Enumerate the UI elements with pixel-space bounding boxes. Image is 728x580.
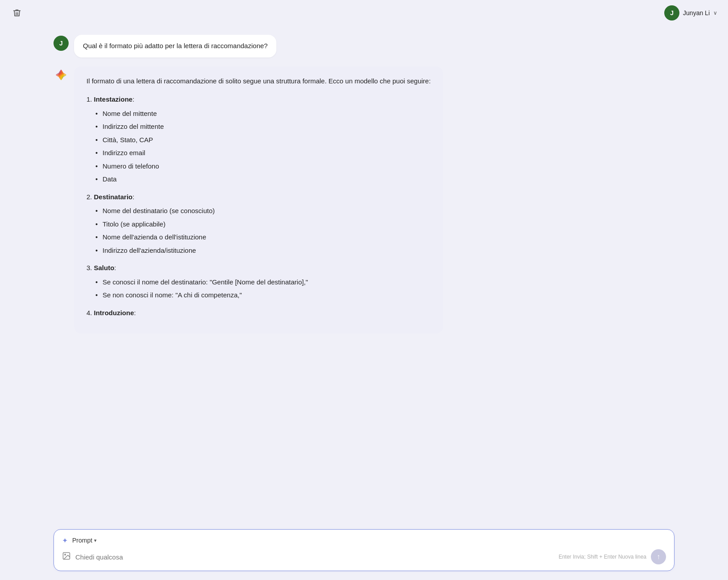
- list-item: Numero di telefono: [95, 160, 431, 172]
- list-item: Data: [95, 173, 431, 185]
- user-message-row: J Qual è il formato più adatto per la le…: [53, 35, 675, 58]
- send-icon: ↑: [657, 553, 660, 561]
- ai-response-row: Il formato di una lettera di raccomandaz…: [53, 66, 675, 334]
- list-item: Indirizzo email: [95, 147, 431, 159]
- section-title: Intestazione: [94, 94, 133, 105]
- prompt-dropdown-chevron: ▾: [94, 538, 97, 543]
- section-colon: :: [134, 307, 136, 319]
- send-button[interactable]: ↑: [651, 549, 666, 564]
- user-avatar-small: J: [53, 36, 69, 51]
- section-items: Nome del mittenteIndirizzo del mittenteC…: [86, 108, 431, 185]
- list-item: Titolo (se applicabile): [95, 218, 431, 230]
- list-item: Indirizzo del mittente: [95, 121, 431, 132]
- section-num: 2.: [86, 191, 92, 203]
- image-icon[interactable]: [62, 551, 71, 563]
- list-item: Se conosci il nome del destinatario: "Ge…: [95, 276, 431, 288]
- ai-section: 2. Destinatario :Nome del destinatario (…: [86, 191, 431, 256]
- ai-section: 4. Introduzione :: [86, 307, 431, 319]
- ai-sections: 1. Intestazione :Nome del mittenteIndiri…: [86, 94, 431, 318]
- chevron-down-icon: ∨: [713, 10, 717, 16]
- list-item: Nome del destinatario (se conosciuto): [95, 205, 431, 217]
- section-title: Destinatario: [94, 191, 133, 203]
- prompt-label: Prompt: [72, 537, 92, 544]
- topbar: J Junyan Li ∨: [0, 0, 728, 26]
- prompt-button[interactable]: Prompt ▾: [70, 536, 99, 545]
- ai-bubble: Il formato di una lettera di raccomandaz…: [74, 66, 443, 334]
- section-colon: :: [132, 191, 134, 203]
- avatar: J: [664, 5, 679, 21]
- section-items: Nome del destinatario (se conosciuto)Tit…: [86, 205, 431, 256]
- ai-section: 1. Intestazione :Nome del mittenteIndiri…: [86, 94, 431, 185]
- chat-input[interactable]: [75, 553, 554, 561]
- user-bubble: Qual è il formato più adatto per la lett…: [74, 35, 276, 58]
- section-num: 3.: [86, 262, 92, 274]
- input-area-wrapper: ✦ Prompt ▾ Enter Invia; Shift + Enter Nu…: [0, 525, 728, 580]
- list-item: Indirizzo dell'azienda/istituzione: [95, 245, 431, 256]
- topbar-left: [11, 7, 23, 19]
- sparkle-icon: ✦: [62, 536, 68, 545]
- section-title: Saluto: [94, 262, 115, 274]
- input-toolbar: ✦ Prompt ▾: [62, 536, 666, 545]
- list-item: Nome del mittente: [95, 108, 431, 119]
- section-colon: :: [132, 94, 134, 105]
- list-item: Città, Stato, CAP: [95, 134, 431, 146]
- section-items: Se conosci il nome del destinatario: "Ge…: [86, 276, 431, 301]
- user-name: Junyan Li: [683, 9, 710, 16]
- list-item: Se non conosci il nome: "A chi di compet…: [95, 289, 431, 301]
- trash-icon[interactable]: [11, 7, 23, 19]
- section-num: 4.: [86, 307, 92, 319]
- input-left: [62, 551, 554, 563]
- ai-icon: [53, 67, 69, 82]
- input-hint: Enter Invia; Shift + Enter Nuova linea: [559, 554, 646, 560]
- svg-point-1: [65, 554, 66, 555]
- input-area: ✦ Prompt ▾ Enter Invia; Shift + Enter Nu…: [53, 529, 675, 571]
- input-row: Enter Invia; Shift + Enter Nuova linea ↑: [62, 549, 666, 564]
- list-item: Nome dell'azienda o dell'istituzione: [95, 231, 431, 243]
- main-content: J Qual è il formato più adatto per la le…: [0, 26, 728, 525]
- user-menu[interactable]: J Junyan Li ∨: [664, 5, 717, 21]
- section-num: 1.: [86, 94, 92, 105]
- ai-intro: Il formato di una lettera di raccomandaz…: [86, 75, 431, 87]
- ai-section: 3. Saluto :Se conosci il nome del destin…: [86, 262, 431, 301]
- section-colon: :: [114, 262, 116, 274]
- section-title: Introduzione: [94, 307, 134, 319]
